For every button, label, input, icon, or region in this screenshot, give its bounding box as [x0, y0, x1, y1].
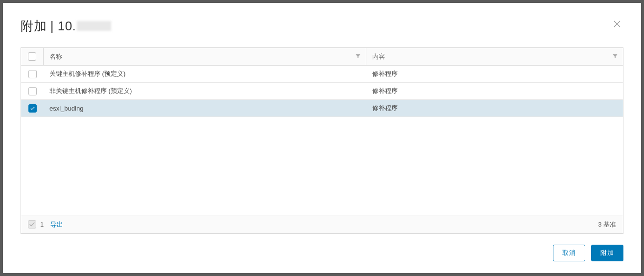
ip-redacted: [77, 21, 111, 31]
row-name: esxi_buding: [44, 100, 366, 116]
check-icon: [28, 221, 36, 228]
row-checkbox[interactable]: [28, 104, 37, 113]
selected-count: 1: [40, 221, 44, 228]
table-row[interactable]: 关键主机修补程序 (预定义) 修补程序: [21, 66, 623, 83]
header-name-label: 名称: [49, 52, 62, 61]
close-button[interactable]: [611, 18, 623, 32]
check-icon: [30, 106, 35, 111]
footer-selected-icon: [28, 220, 36, 229]
select-all-checkbox[interactable]: [28, 52, 36, 61]
title-text: 附加 | 10.: [21, 19, 76, 33]
dialog-title: 附加 | 10.: [21, 18, 111, 35]
table-footer: 1 导出 3 基准: [21, 215, 623, 233]
table-row[interactable]: esxi_buding 修补程序: [21, 100, 623, 117]
dialog-header: 附加 | 10.: [21, 18, 623, 35]
header-content-cell[interactable]: 内容: [366, 48, 623, 65]
table-header-row: 名称 内容: [21, 48, 623, 66]
cancel-button[interactable]: 取消: [553, 245, 585, 261]
table-body: 关键主机修补程序 (预定义) 修补程序 非关键主机修补程序 (预定义) 修补程序…: [21, 66, 623, 215]
footer-left: 1 导出: [28, 220, 63, 229]
filter-icon: [612, 53, 618, 59]
row-content: 修补程序: [366, 83, 623, 99]
attach-dialog: 附加 | 10. 名称 内容: [3, 3, 641, 273]
header-name-cell[interactable]: 名称: [44, 48, 366, 65]
row-checkbox[interactable]: [28, 70, 37, 78]
dialog-actions: 取消 附加: [21, 245, 623, 261]
attach-button[interactable]: 附加: [591, 245, 623, 261]
total-count: 3 基准: [598, 220, 616, 229]
close-icon: [613, 20, 621, 28]
selected-indicator: 1: [28, 220, 44, 229]
filter-content-button[interactable]: [612, 52, 618, 61]
header-checkbox-cell: [21, 48, 44, 65]
row-checkbox[interactable]: [28, 87, 37, 95]
table-row[interactable]: 非关键主机修补程序 (预定义) 修补程序: [21, 83, 623, 100]
row-name: 关键主机修补程序 (预定义): [44, 66, 366, 82]
baseline-table: 名称 内容 关键主机修补程序 (预定义) 修补程序: [21, 47, 623, 234]
header-content-label: 内容: [372, 52, 385, 61]
row-name: 非关键主机修补程序 (预定义): [44, 83, 366, 99]
filter-name-button[interactable]: [355, 52, 361, 61]
filter-icon: [355, 53, 361, 59]
row-content: 修补程序: [366, 100, 623, 116]
export-link[interactable]: 导出: [50, 220, 63, 229]
row-content: 修补程序: [366, 66, 623, 82]
